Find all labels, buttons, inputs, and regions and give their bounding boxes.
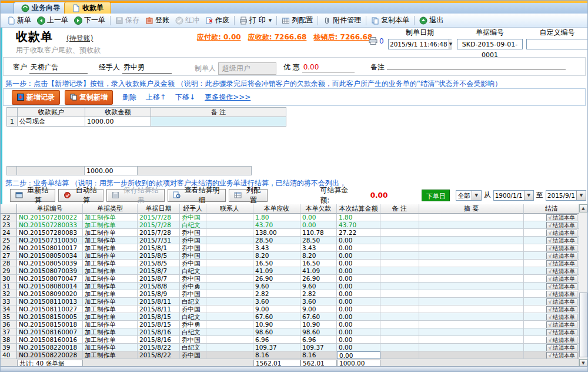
receivable-cell[interactable]: 10.90 — [253, 321, 300, 328]
contact-cell[interactable] — [206, 237, 253, 244]
settle-bill-button[interactable]: √结清本单 — [546, 237, 577, 244]
note-cell[interactable] — [380, 351, 419, 359]
contact-cell[interactable] — [206, 229, 253, 237]
handler-cell[interactable]: 白纪文 — [180, 313, 206, 321]
handler-cell[interactable]: 白纪文 — [180, 267, 206, 275]
settle-amount-cell[interactable]: 0.00 — [337, 328, 380, 336]
order-date-button[interactable]: 下单日期 — [422, 190, 450, 201]
table-row[interactable]: 24NO.201507280083加工制作单2015/7/28乔中国138.00… — [1, 229, 588, 237]
doc-no-cell[interactable]: NO.201508070047 — [17, 275, 83, 283]
doc-no-cell[interactable]: NO.201508090020 — [17, 290, 83, 298]
row-number[interactable]: 36 — [1, 321, 17, 328]
doc-no-cell[interactable]: NO.201508110013 — [17, 298, 83, 305]
row-number[interactable]: 26 — [1, 244, 17, 252]
doc-date-cell[interactable]: 2015/7/28 — [138, 221, 180, 229]
handler-cell[interactable]: 乔中国 — [180, 229, 206, 237]
doc-type-cell[interactable]: 加工制作单 — [83, 321, 138, 328]
doc-type-cell[interactable]: 加工制作单 — [83, 351, 138, 359]
settle-bill-button[interactable]: √结清本单 — [546, 230, 577, 237]
handler-cell[interactable]: 乔中国 — [180, 275, 206, 283]
debt-cell[interactable]: 6.96 — [300, 336, 337, 344]
doc-no-cell[interactable]: NO.201508220028 — [17, 351, 83, 359]
register-button[interactable]: 登账 — [142, 14, 172, 26]
delete-record-link[interactable]: 删除 — [122, 92, 136, 102]
contact-cell[interactable] — [206, 267, 253, 275]
doc-date-cell[interactable]: 2015/8/11 — [138, 305, 180, 313]
doc-type-cell[interactable]: 加工制作单 — [83, 214, 138, 221]
memo-cell[interactable] — [419, 321, 524, 328]
note-cell[interactable] — [380, 252, 419, 260]
receivable-cell[interactable]: 28.50 — [253, 237, 300, 244]
col-handler[interactable]: 经手人 — [180, 204, 206, 214]
handler-cell[interactable]: 白纪文 — [180, 328, 206, 336]
row-number[interactable]: 40 — [1, 351, 17, 359]
doc-date-cell[interactable]: 2015/7/28 — [138, 214, 180, 221]
doc-date-cell[interactable]: 2015/7/31 — [138, 237, 180, 244]
note-cell[interactable] — [380, 275, 419, 283]
doc-type-cell[interactable]: 加工制作单 — [83, 290, 138, 298]
settle-bill-button[interactable]: √结清本单 — [546, 314, 577, 321]
col-receivable[interactable]: 本单应收 — [253, 204, 300, 214]
col-debt[interactable]: 本单欠款 — [300, 204, 337, 214]
table-row[interactable]: 37NO.201508160007加工制作单2015/8/16白纪文98.609… — [1, 328, 588, 336]
note-cell[interactable] — [380, 313, 419, 321]
row-number[interactable]: 34 — [1, 305, 17, 313]
next-bill-button[interactable]: 下一单 — [71, 14, 108, 26]
exit-button[interactable]: 退出 — [416, 14, 446, 26]
settle-amount-cell[interactable]: 0.00 — [337, 252, 380, 260]
contact-cell[interactable] — [206, 344, 253, 351]
row-number[interactable]: 33 — [1, 298, 17, 305]
doc-type-cell[interactable]: 加工制作单 — [83, 313, 138, 321]
settle-amount-cell[interactable]: 0.00 — [337, 313, 380, 321]
date-range-select[interactable]: 全部 ▼ — [456, 190, 481, 201]
handler-cell[interactable]: 乔中国 — [180, 305, 206, 313]
doc-type-cell[interactable]: 加工制作单 — [83, 267, 138, 275]
handler-cell[interactable]: 乔中国 — [180, 336, 206, 344]
col-doc-date[interactable]: 单据日期 — [138, 204, 180, 214]
col-doc-no[interactable]: 单据编号 — [17, 204, 83, 214]
settle-amount-cell[interactable]: 27.22 — [337, 229, 380, 237]
debt-cell[interactable]: 67.60 — [300, 313, 337, 321]
memo-cell[interactable] — [419, 344, 524, 351]
handler-cell[interactable]: 乔中勇 — [180, 283, 206, 290]
doc-type-cell[interactable]: 加工制作单 — [83, 229, 138, 237]
doc-type-cell[interactable]: 加工制作单 — [83, 275, 138, 283]
scrollbar-thumb[interactable] — [579, 293, 587, 357]
debt-cell[interactable]: 2.82 — [300, 290, 337, 298]
settle-bill-button[interactable]: √结清本单 — [546, 306, 577, 313]
memo-cell[interactable] — [419, 237, 524, 244]
settle-amount-cell[interactable]: 43.70 — [337, 221, 380, 229]
memo-cell[interactable] — [419, 298, 524, 305]
chevron-down-icon[interactable]: ▼ — [449, 39, 452, 49]
table-row[interactable]: 38NO.201508160016加工制作单2015/8/16乔中国6.966.… — [1, 336, 588, 344]
remark-input[interactable] — [387, 68, 566, 69]
print-button[interactable]: 打 印▼ — [236, 14, 275, 26]
debt-cell[interactable]: 8.20 — [300, 252, 337, 260]
memo-cell[interactable] — [419, 336, 524, 344]
doc-date-cell[interactable]: 2015/8/5 — [138, 260, 180, 267]
save-button[interactable]: 保存 — [112, 14, 142, 26]
doc-date-cell[interactable]: 2015/8/15 — [138, 313, 180, 321]
doc-no-cell[interactable]: NO.201507280033 — [17, 221, 83, 229]
handler-input[interactable]: 乔中勇 — [122, 62, 172, 74]
handler-cell[interactable]: 乔中国 — [180, 214, 206, 221]
handler-cell[interactable]: 乔中国 — [180, 260, 206, 267]
handler-cell[interactable]: 乔中国 — [180, 351, 206, 359]
row-number[interactable]: 39 — [1, 344, 17, 351]
debt-cell[interactable]: 0.00 — [300, 221, 337, 229]
receivable-cell[interactable]: 8.20 — [253, 252, 300, 260]
contact-cell[interactable] — [206, 283, 253, 290]
scroll-up-icon[interactable]: ▲ — [579, 204, 587, 212]
row-number[interactable]: 25 — [1, 237, 17, 244]
row-number[interactable]: 38 — [1, 336, 17, 344]
contact-cell[interactable] — [206, 252, 253, 260]
doc-date-cell[interactable]: 2015/8/15 — [138, 321, 180, 328]
col-settled[interactable]: 结清 — [524, 204, 580, 214]
vertical-scrollbar[interactable]: ▲ ▼ — [579, 204, 587, 367]
note-cell[interactable] — [380, 344, 419, 351]
doc-no-cell[interactable]: NO.201508150018 — [17, 321, 83, 328]
memo-cell[interactable] — [419, 351, 524, 359]
doc-no-cell[interactable]: NO.201508050034 — [17, 252, 83, 260]
doc-no-cell[interactable]: NO.201508110027 — [17, 305, 83, 313]
print-count[interactable]: 0 — [369, 37, 384, 45]
